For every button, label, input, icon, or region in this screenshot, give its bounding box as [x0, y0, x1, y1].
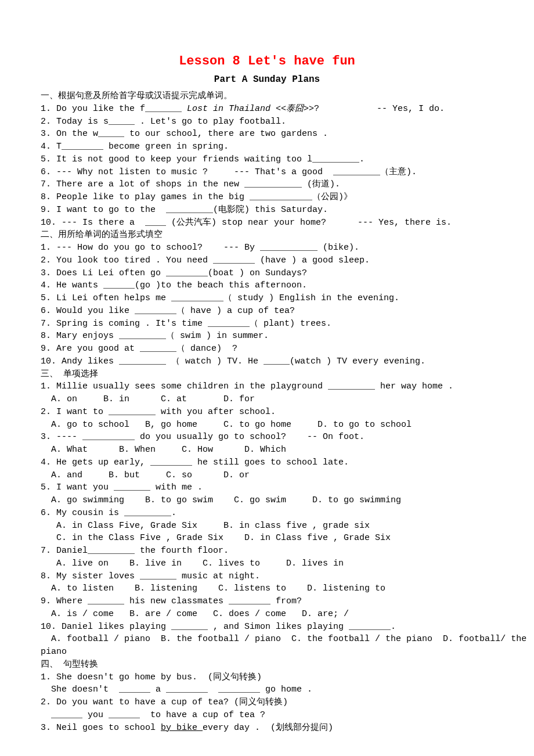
s1-q9: 9. I want to go to the _________(电影院) th… [41, 204, 493, 217]
lesson-title: Lesson 8 Let's have fun [41, 52, 493, 71]
s3-q2: 2. I want to _________ with you after sc… [41, 406, 493, 419]
s3-q10-options1: A. football / piano B. the football / pi… [41, 633, 493, 646]
s4-q2: 2. Do you want to have a cup of tea? (同义… [41, 696, 493, 709]
s1-q3: 3. On the w_____ to our school, there ar… [41, 128, 493, 141]
s4-q3: 3. Neil goes to school by bike every day… [41, 722, 493, 735]
s1-q6: 6. --- Why not listen to music ? --- Tha… [41, 166, 493, 179]
s3-q4: 4. He gets up early, ________ he still g… [41, 456, 493, 469]
section2-heading: 二、用所给单词的适当形式填空 [41, 229, 493, 242]
s4-q1: 1. She doesn't go home by bus. (同义句转换) [41, 671, 493, 684]
s2-q7: 7. Spring is coming . It's time ________… [41, 318, 493, 330]
s3-q7-options: A. live on B. live in C. lives to D. liv… [41, 557, 493, 570]
s1-q4: 4. T________ become green in spring. [41, 141, 493, 153]
s2-q3: 3. Does Li Lei often go ________(boat ) … [41, 267, 493, 280]
s3-q10: 10. Daniel likes playing _______ , and S… [41, 621, 493, 633]
s2-q2: 2. You look too tired . You need _______… [41, 254, 493, 267]
s2-q1: 1. --- How do you go to school? --- By _… [41, 242, 493, 254]
s1-q7: 7. There are a lot of shops in the new _… [41, 178, 493, 191]
s3-q8-options: A. to listen B. listening C. listens to … [41, 582, 493, 595]
s1-q2: 2. Today is s_____ . Let's go to play fo… [41, 116, 493, 128]
s3-q6-options1: A. in Class Five, Grade Six B. in class … [41, 520, 493, 532]
s1-q5: 5. It is not good to keep your friends w… [41, 153, 493, 166]
s1-q1: 1. Do you like the f_______ Lost in Thai… [41, 103, 493, 116]
lesson-subtitle: Part A Sunday Plans [41, 73, 493, 87]
s3-q5-options: A. go swimming B. to go swim C. go swim … [41, 494, 493, 507]
s2-q8: 8. Mary enjoys _________（ swim ) in summ… [41, 330, 493, 343]
s4-q2b: ______ you ______ to have a cup of tea ? [41, 709, 493, 722]
s3-q8: 8. My sister loves _______ music at nigh… [41, 570, 493, 583]
s3-q3: 3. ---- __________ do you usually go to … [41, 431, 493, 444]
s3-q3-options: A. What B. When C. How D. Which [41, 444, 493, 456]
s1-q10: 10. --- Is there a ____ (公共汽车) stop near… [41, 217, 493, 229]
s2-q5: 5. Li Lei often helps me __________（ stu… [41, 292, 493, 305]
s3-q10-options2: piano [41, 646, 493, 658]
s3-q1: 1. Millie usually sees some children in … [41, 380, 493, 393]
s3-q2-options: A. go to school B, go home C. to go home… [41, 419, 493, 431]
s2-q6: 6. Would you like ________（ have ) a cup… [41, 305, 493, 318]
s4-q1b: She doesn't ______ a ________ ________ g… [41, 683, 493, 696]
s3-q9-options: A. is / come B. are / come C. does / com… [41, 608, 493, 621]
s2-q10: 10. Andy likes _________ （ watch ) TV. H… [41, 355, 493, 368]
s3-q1-options: A. on B. in C. at D. for [41, 393, 493, 406]
section1-heading: 一、根据句意及所给首字母或汉语提示完成单词。 [41, 90, 493, 103]
s3-q4-options: A. and B. but C. so D. or [41, 469, 493, 482]
s2-q9: 9. Are you good at _______（ dance) ? [41, 343, 493, 355]
s3-q6-options2: C. in the Class Five , Grade Six D. in C… [41, 532, 493, 545]
s3-q7: 7. Daniel_________ the fourth floor. [41, 545, 493, 557]
s3-q9: 9. Where _______ his new classmates ____… [41, 595, 493, 608]
s1-q8: 8. People like to play games in the big … [41, 191, 493, 204]
s3-q5: 5. I want you _______ with me . [41, 481, 493, 494]
section4-heading: 四、 句型转换 [41, 658, 493, 671]
s2-q4: 4. He wants ______(go )to the beach this… [41, 279, 493, 292]
s3-q6: 6. My cousin is _________. [41, 507, 493, 520]
section3-heading: 三、 单项选择 [41, 368, 493, 381]
